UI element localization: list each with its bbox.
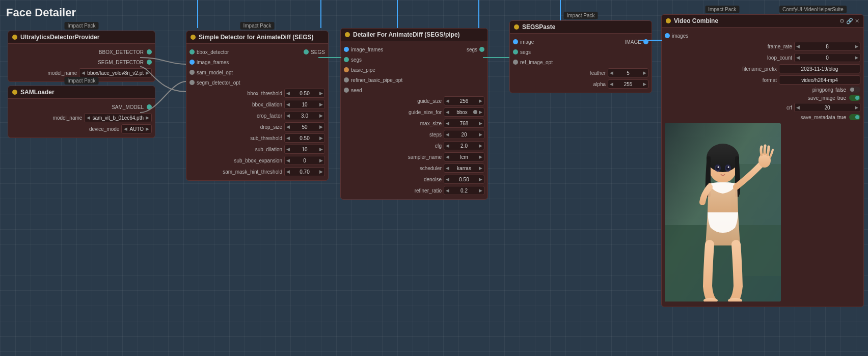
sd-sub-bbox-expansion-val: 0 (291, 158, 318, 163)
bbox-detector-port[interactable] (147, 49, 152, 54)
det-cfg-val: 2.0 (451, 143, 477, 149)
video-combine-node: Impact Pack ComfyUI-VideoHelperSuite Vid… (661, 14, 864, 307)
det-input-segs: segs (341, 54, 487, 65)
sd-sam-mask-hint-row: sam_mask_hint_threshold ◀ 0.70 ▶ (186, 166, 328, 177)
sd-sam-mask-hint-box[interactable]: ◀ 0.70 ▶ (284, 167, 325, 176)
det-refiner-ratio-val: 0.2 (451, 188, 477, 194)
det-guide-size-for-val: bbox (451, 109, 473, 115)
det-segs-out-port[interactable] (479, 47, 484, 52)
det-guide-size-val: 256 (451, 98, 477, 104)
det-refiner-ratio-box[interactable]: ◀ 0.2 ▶ (444, 186, 484, 195)
sd-sub-bbox-expansion-box[interactable]: ◀ 0 ▶ (284, 156, 325, 165)
det-seed-port[interactable] (344, 88, 349, 93)
det-max-size-box[interactable]: ◀ 768 ▶ (444, 119, 484, 128)
vc-frame-rate-val: 8 (801, 44, 853, 49)
det-cfg-box[interactable]: ◀ 2.0 ▶ (444, 141, 484, 150)
sam-model-name-row: model_name ◀ sam_vit_b_01ec64.pth ▶ (8, 112, 155, 123)
det-max-size-row: max_size ◀ 768 ▶ (341, 118, 487, 129)
det-scheduler-box[interactable]: ◀ karras ▶ (444, 163, 484, 173)
sp-image-in-port[interactable] (513, 39, 518, 44)
segm-detector-port[interactable] (147, 60, 152, 65)
det-segs-in-port[interactable] (344, 57, 349, 62)
sd-sub-bbox-expansion-row: sub_bbox_expansion ◀ 0 ▶ (186, 155, 328, 166)
sd-drop-size-box[interactable]: ◀ 50 ▶ (284, 122, 325, 131)
sp-feather-box[interactable]: ◀ 5 ▶ (608, 68, 648, 77)
vc-images-in-port[interactable] (665, 33, 670, 38)
sd-bbox-threshold-box[interactable]: ◀ 0.50 ▶ (284, 89, 325, 98)
det-denoise-box[interactable]: ◀ 0.50 ▶ (444, 175, 484, 184)
vc-save-image-row: save_image true (662, 94, 863, 102)
det-guide-size-for-box[interactable]: ◀ bbox ▶ (444, 107, 484, 117)
segs-paste-status-dot (514, 24, 519, 30)
det-cfg-row: cfg ◀ 2.0 ▶ (341, 140, 487, 151)
simple-detector-badge: Impact Pack (240, 22, 274, 30)
sam-model-port[interactable] (147, 104, 152, 109)
sam-loader-body: SAM_MODEL model_name ◀ sam_vit_b_01ec64.… (8, 99, 155, 138)
vc-save-image-toggle[interactable] (849, 95, 860, 101)
sp-ref-port[interactable] (513, 60, 518, 65)
sam-device-mode-row: device_mode ◀ AUTO ▶ (8, 123, 155, 134)
vc-save-metadata-toggle[interactable] (849, 114, 860, 120)
vc-pingpong-row: pingpong false (662, 86, 863, 94)
vc-pingpong-toggle[interactable] (849, 87, 860, 93)
sd-bbox-dilation-box[interactable]: ◀ 10 ▶ (284, 100, 325, 109)
sd-segs-output-port[interactable] (304, 49, 309, 54)
sp-feather-val: 5 (615, 70, 641, 76)
detailer-node: Detailer For AnimateDiff (SEGS/pipe) ima… (340, 28, 488, 200)
sd-sub-threshold-box[interactable]: ◀ 0.50 ▶ (284, 133, 325, 143)
sd-segm-input-port[interactable] (189, 80, 195, 85)
det-frames-port[interactable] (344, 47, 349, 52)
sd-sam-mask-hint-val: 0.70 (291, 169, 318, 175)
sd-bbox-input-port[interactable] (189, 49, 195, 54)
det-denoise-val: 0.50 (451, 177, 477, 182)
segs-paste-badge: Impact Pack (563, 12, 598, 19)
vc-crf-box[interactable]: ◀ 20 ▶ (794, 103, 860, 112)
det-basic-pipe-port[interactable] (344, 67, 349, 72)
sam-device-mode: AUTO (129, 126, 144, 132)
sam-model-name-box[interactable]: ◀ sam_vit_b_01ec64.pth ▶ (84, 113, 152, 122)
sp-image-out-port[interactable] (643, 39, 648, 44)
sp-alpha-box[interactable]: ◀ 255 ▶ (608, 79, 648, 89)
segs-paste-node: Impact Pack SEGSPaste image IMAGE segs r… (509, 20, 652, 93)
det-steps-box[interactable]: ◀ 20 ▶ (444, 130, 484, 139)
sam-loader-badge: Impact Pack (64, 77, 98, 85)
sp-segs-in-port[interactable] (513, 49, 518, 54)
sam-loader-header: SAMLoader (8, 86, 155, 99)
det-refiner-ratio-row: refiner_ratio ◀ 0.2 ▶ (341, 185, 487, 196)
sd-crop-factor-box[interactable]: ◀ 3.0 ▶ (284, 111, 325, 120)
ultralytics-body: BBOX_DETECTOR SEGM_DETECTOR model_name ◀… (8, 44, 155, 81)
video-preview (665, 123, 781, 302)
sam-loader-node: Impact Pack SAMLoader SAM_MODEL model_na… (8, 86, 155, 138)
vc-input-images: images (662, 31, 863, 41)
ultralytics-header: UltralyticsDetectorProvider (8, 31, 155, 44)
sd-sam-input-port[interactable] (189, 70, 195, 75)
sd-drop-size-row: drop_size ◀ 50 ▶ (186, 121, 328, 132)
sd-crop-factor-val: 3.0 (291, 113, 318, 119)
sd-sub-dilation-box[interactable]: ◀ 10 ▶ (284, 145, 325, 154)
segs-paste-title: SEGSPaste (522, 23, 555, 31)
vc-format-row: format video/h264-mp4 (662, 74, 863, 86)
simple-detector-body: bbox_detector SEGS image_frames sam_mode… (186, 44, 328, 180)
det-sampler-name-box[interactable]: ◀ lcm ▶ (444, 152, 484, 161)
sd-sub-threshold-val: 0.50 (291, 135, 318, 141)
vc-loop-count-row: loop_count ◀ 0 ▶ (662, 52, 863, 63)
sd-frames-input-port[interactable] (189, 60, 195, 65)
ultralytics-model-name-box[interactable]: ◀ bbox/face_yolov8n_v2.pt ▶ (79, 68, 152, 77)
sam-device-mode-box[interactable]: ◀ AUTO ▶ (121, 124, 152, 133)
segs-paste-body: image IMAGE segs ref_image_opt feather ◀… (510, 34, 652, 93)
sam-loader-status-dot (12, 90, 17, 95)
sam-loader-title: SAMLoader (20, 89, 55, 96)
det-guide-size-box[interactable]: ◀ 256 ▶ (444, 96, 484, 105)
detailer-status-dot (345, 32, 350, 37)
sam-model-name: sam_vit_b_01ec64.pth (92, 115, 144, 121)
simple-detector-status-dot (191, 35, 196, 40)
vc-format-box[interactable]: video/h264-mp4 (779, 75, 860, 85)
vc-frame-rate-box[interactable]: ◀ 8 ▶ (794, 42, 860, 51)
vc-loop-count-box[interactable]: ◀ 0 ▶ (794, 53, 860, 62)
vc-filename-prefix-box[interactable]: 2023-11-19/blog (779, 64, 860, 73)
video-combine-body: images frame_rate ◀ 8 ▶ loop_count ◀ 0 ▶… (662, 28, 863, 307)
vc-filename-prefix-row: filename_prefix 2023-11-19/blog (662, 63, 863, 74)
det-refiner-port[interactable] (344, 77, 349, 83)
svg-point-16 (718, 167, 719, 168)
simple-detector-title: Simple Detector for AnimateDiff (SEGS) (199, 34, 314, 41)
